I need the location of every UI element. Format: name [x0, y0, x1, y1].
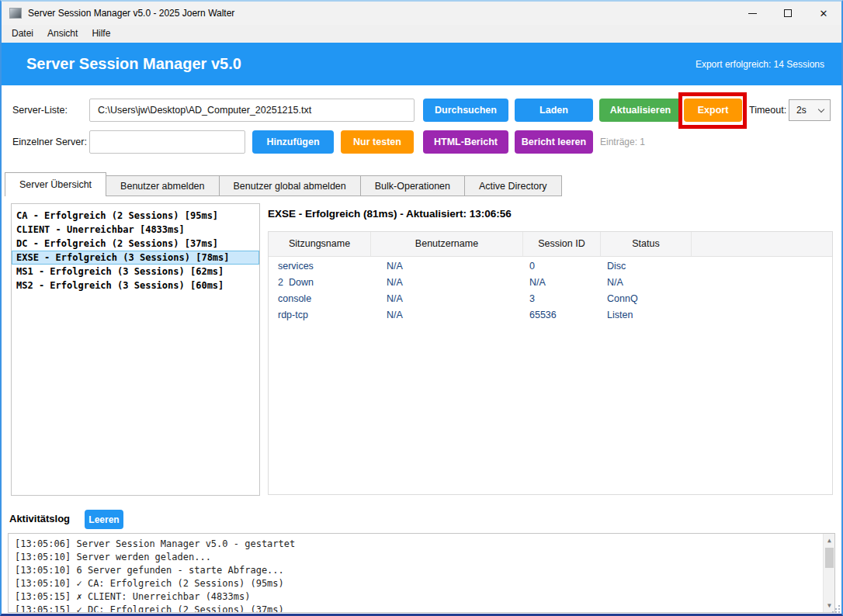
test-only-button[interactable]: Nur testen [341, 130, 414, 154]
log-line: [13:05:10] ✓ CA: Erfolgreich (2 Sessions… [15, 577, 834, 590]
activity-log-header: Aktivitätslog Leeren [2, 504, 841, 533]
maximize-button[interactable] [770, 2, 806, 25]
timeout-label: Timeout: [749, 99, 786, 122]
tab-bulk-operationen[interactable]: Bulk-Operationen [361, 175, 465, 196]
column-header-benutzername[interactable]: Benutzername [371, 232, 523, 256]
close-icon: ✕ [820, 9, 828, 19]
app-header: Server Session Manager v5.0 Export erfol… [2, 43, 841, 85]
clear-report-button[interactable]: Bericht leeren [515, 130, 593, 154]
tab-benutzer-global-abmelden[interactable]: Benutzer global abmelden [220, 175, 361, 196]
tab-strip: Server Übersicht Benutzer abmelden Benut… [2, 172, 841, 196]
tab-active-directory[interactable]: Active Directory [465, 175, 562, 196]
cell-benutzername: N/A [371, 258, 523, 275]
server-list-item-selected[interactable]: EXSE - Erfolgreich (3 Sessions) [78ms] [12, 251, 259, 265]
cell-session-id: N/A [523, 275, 601, 291]
log-line: [13:05:10] 6 Server gefunden - starte Ab… [15, 564, 834, 577]
window-controls: ✕ [734, 2, 841, 25]
session-table-body: services N/A 0 Disc 2 Down N/A N/A N/A c… [269, 257, 832, 324]
scroll-thumb[interactable] [825, 548, 834, 568]
server-list-path-input[interactable] [89, 99, 415, 122]
cell-status: Disc [601, 258, 692, 275]
refresh-button[interactable]: Aktualisieren [599, 99, 682, 122]
maximize-icon [784, 9, 792, 17]
cell-sitzungsname: 2 Down [269, 275, 371, 291]
log-line: [13:05:15] ✓ DC: Erfolgreich (2 Sessions… [15, 604, 834, 613]
minimize-button[interactable] [734, 2, 770, 25]
column-header-sitzungsname[interactable]: Sitzungsname [269, 232, 371, 256]
menu-bar: Datei Ansicht Hilfe [2, 25, 841, 43]
resize-grip-icon[interactable] [831, 604, 840, 613]
table-row[interactable]: console N/A 3 ConnQ [269, 291, 832, 307]
app-window: Server Session Manager v5.0 - 2025 Joern… [0, 0, 843, 616]
cell-session-id: 3 [523, 291, 601, 307]
server-detail-title: EXSE - Erfolgreich (81ms) - Aktualisiert… [268, 208, 512, 220]
activity-log-lines: [13:05:06] Server Session Manager v5.0 -… [9, 534, 834, 613]
log-scrollbar[interactable]: ▲ ▼ [823, 534, 834, 612]
tab-benutzer-abmelden[interactable]: Benutzer abmelden [106, 175, 219, 196]
single-server-input[interactable] [89, 130, 245, 154]
html-report-button[interactable]: HTML-Bericht [423, 130, 508, 154]
minimize-icon [748, 13, 757, 14]
cell-sitzungsname: rdp-tcp [269, 307, 371, 324]
clear-log-button[interactable]: Leeren [85, 510, 123, 529]
cell-benutzername: N/A [371, 291, 523, 307]
server-list-label: Server-Liste: [12, 99, 68, 122]
export-status-text: Export erfolgreich: 14 Sessions [696, 59, 824, 70]
title-bar: Server Session Manager v5.0 - 2025 Joern… [2, 2, 841, 25]
log-line: [13:05:15] ✗ CLIENT: Unerreichbar (4833m… [15, 590, 834, 604]
tab-content: CA - Erfolgreich (2 Sessions) [95ms] CLI… [2, 196, 841, 504]
cell-session-id: 0 [523, 258, 601, 275]
browse-button[interactable]: Durchsuchen [423, 99, 508, 122]
add-button[interactable]: Hinzufügen [252, 130, 334, 154]
cell-benutzername: N/A [371, 275, 523, 291]
single-server-label: Einzelner Server: [12, 130, 87, 154]
activity-log-label: Aktivitätslog [9, 513, 70, 524]
menu-datei[interactable]: Datei [5, 25, 40, 43]
log-line: [13:05:10] Server werden geladen... [15, 551, 834, 564]
menu-hilfe[interactable]: Hilfe [85, 25, 117, 43]
export-button[interactable]: Export [684, 99, 742, 122]
server-list-item[interactable]: MS1 - Erfolgreich (3 Sessions) [62ms] [12, 265, 259, 279]
menu-ansicht[interactable]: Ansicht [40, 25, 85, 43]
page-title: Server Session Manager v5.0 [26, 55, 241, 73]
scroll-up-icon[interactable]: ▲ [824, 535, 835, 546]
cell-sitzungsname: services [269, 258, 371, 275]
server-list-item[interactable]: CA - Erfolgreich (2 Sessions) [95ms] [12, 209, 259, 223]
cell-status: Listen [601, 307, 692, 324]
entries-count: Einträge: 1 [600, 130, 645, 154]
table-row[interactable]: services N/A 0 Disc [269, 258, 832, 275]
load-button[interactable]: Laden [515, 99, 593, 122]
cell-benutzername: N/A [371, 307, 523, 324]
server-listbox: CA - Erfolgreich (2 Sessions) [95ms] CLI… [11, 203, 260, 496]
timeout-select[interactable]: 2s [789, 99, 831, 121]
server-list-item[interactable]: DC - Erfolgreich (2 Sessions) [37ms] [12, 237, 259, 251]
table-row[interactable]: rdp-tcp N/A 65536 Listen [269, 307, 832, 324]
cell-status: ConnQ [601, 291, 692, 307]
close-button[interactable]: ✕ [806, 2, 841, 25]
column-header-session-id[interactable]: Session ID [523, 232, 601, 256]
control-panel: Server-Liste: Durchsuchen Laden Aktualis… [2, 85, 841, 172]
server-list-item[interactable]: CLIENT - Unerreichbar [4833ms] [12, 223, 259, 237]
column-header-status[interactable]: Status [601, 232, 692, 256]
activity-log-box[interactable]: [13:05:06] Server Session Manager v5.0 -… [8, 533, 835, 613]
session-table-header: Sitzungsname Benutzername Session ID Sta… [269, 232, 832, 257]
app-icon [9, 8, 22, 19]
timeout-value: 2s [796, 105, 807, 116]
chevron-down-icon [818, 106, 824, 112]
table-row[interactable]: 2 Down N/A N/A N/A [269, 275, 832, 291]
column-header-filler [692, 232, 832, 256]
cell-session-id: 65536 [523, 307, 601, 324]
server-list-item[interactable]: MS2 - Erfolgreich (3 Sessions) [60ms] [12, 279, 259, 292]
tab-server-uebersicht[interactable]: Server Übersicht [5, 172, 106, 196]
session-table: Sitzungsname Benutzername Session ID Sta… [268, 231, 833, 495]
cell-sitzungsname: console [269, 291, 371, 307]
log-line: [13:05:06] Server Session Manager v5.0 -… [15, 538, 834, 551]
window-title: Server Session Manager v5.0 - 2025 Joern… [28, 8, 234, 19]
cell-status: N/A [601, 275, 692, 291]
